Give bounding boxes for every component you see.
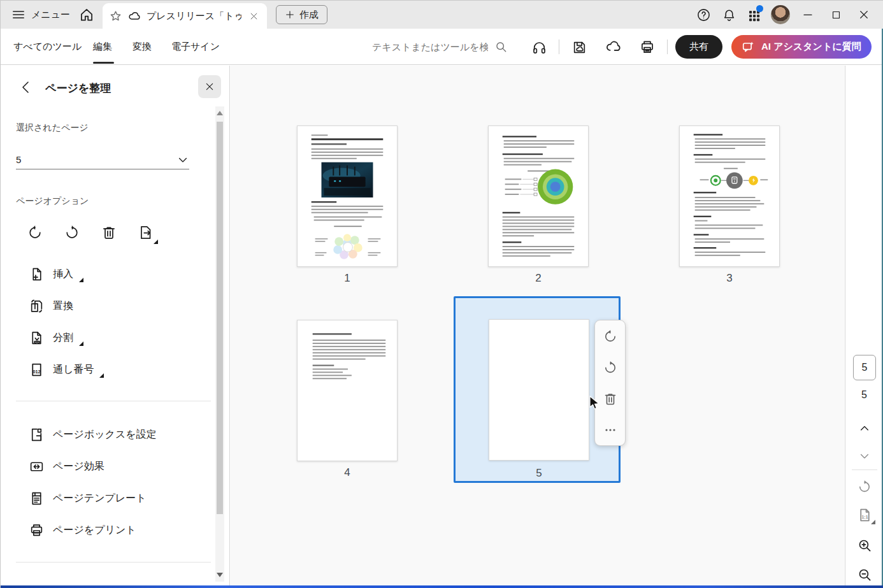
- window-minimize-button[interactable]: [794, 1, 822, 29]
- hamburger-menu-icon[interactable]: [11, 8, 26, 22]
- set-page-boxes-icon: [29, 427, 45, 443]
- panel-scrollbar[interactable]: [215, 106, 224, 582]
- notification-badge: [756, 5, 763, 12]
- page-2-preview: [489, 126, 588, 266]
- page-template-item[interactable]: ページテンプレート: [29, 489, 147, 508]
- page-number-label: 5: [489, 467, 589, 480]
- submenu-triangle: [79, 341, 83, 346]
- page-1-preview: [298, 126, 397, 266]
- next-page-chevron-down-icon[interactable]: [856, 448, 873, 464]
- search-field[interactable]: [372, 29, 508, 64]
- actual-size-icon[interactable]: 1:1: [856, 506, 873, 523]
- panel-close-button[interactable]: [198, 75, 221, 98]
- user-avatar[interactable]: [771, 5, 790, 24]
- page-numbering-item[interactable]: 012 通し番号: [29, 360, 104, 379]
- rotate-right-icon[interactable]: [595, 352, 625, 383]
- page-5-preview[interactable]: [489, 319, 589, 461]
- rail-divider: [852, 470, 877, 470]
- print-pages-label: ページをプリント: [53, 524, 136, 537]
- page-thumbnail-1[interactable]: 1: [297, 125, 398, 267]
- insert-pages-item[interactable]: 挿入: [29, 264, 83, 283]
- set-page-boxes-item[interactable]: ページボックスを設定: [29, 425, 157, 444]
- cloud-document-icon: [127, 9, 141, 23]
- page-thumbnail-3[interactable]: 3: [679, 125, 780, 267]
- search-input[interactable]: [372, 41, 488, 52]
- submenu-triangle: [871, 520, 875, 524]
- zoom-out-icon[interactable]: [856, 566, 873, 583]
- page-options-label: ページオプション: [16, 196, 89, 207]
- document-tab[interactable]: プレスリリース「トゥ...: [103, 3, 267, 29]
- print-icon[interactable]: [639, 39, 656, 55]
- home-icon[interactable]: [78, 6, 96, 23]
- page-number-label: 2: [488, 272, 589, 285]
- ai-sparkle-chat-icon: [742, 40, 756, 54]
- tab-convert[interactable]: 変換: [133, 29, 152, 64]
- tab-esign[interactable]: 電子サイン: [171, 29, 220, 64]
- tab-all-tools[interactable]: すべてのツール: [13, 29, 82, 64]
- cloud-sync-icon[interactable]: [605, 39, 622, 55]
- main-toolbar: すべてのツール 編集 変換 電子サイン 共有: [1, 29, 883, 65]
- submenu-triangle: [154, 240, 158, 244]
- create-label: 作成: [299, 9, 319, 21]
- selected-pages-label: 選択されたページ: [16, 122, 89, 134]
- document-tab-title: プレスリリース「トゥ...: [147, 10, 241, 22]
- save-icon[interactable]: [571, 39, 587, 55]
- tab-close-icon[interactable]: [247, 9, 261, 23]
- rotate-right-icon[interactable]: [62, 222, 82, 243]
- extract-page-icon[interactable]: [136, 222, 156, 243]
- page-number-label: 1: [297, 272, 398, 285]
- page-thumbnail-2[interactable]: 2: [488, 125, 589, 267]
- insert-label: 挿入: [53, 268, 73, 281]
- rotate-view-icon[interactable]: [856, 478, 873, 495]
- ai-assistant-label: AI アシスタントに質問: [761, 41, 861, 53]
- print-pages-item[interactable]: ページをプリント: [29, 520, 136, 540]
- scroll-up-arrow[interactable]: [217, 111, 223, 115]
- page-3-preview: [680, 126, 779, 266]
- zoom-in-icon[interactable]: [856, 537, 873, 554]
- replace-pages-item[interactable]: 置換: [29, 296, 73, 315]
- window-maximize-button[interactable]: [822, 1, 850, 29]
- total-pages-label: 5: [845, 389, 883, 401]
- create-tab-button[interactable]: 作成: [276, 5, 327, 24]
- title-bar: メニュー プレスリリース「トゥ... 作成: [1, 1, 883, 29]
- page-effects-item[interactable]: ページ効果: [29, 457, 104, 476]
- more-options-icon[interactable]: [595, 414, 625, 445]
- current-page-input[interactable]: [853, 355, 876, 380]
- back-chevron-icon[interactable]: [18, 80, 34, 95]
- acrobat-window: メニュー プレスリリース「トゥ... 作成: [0, 0, 883, 588]
- rotate-left-icon[interactable]: [25, 222, 45, 243]
- scrollbar-thumb[interactable]: [217, 122, 223, 514]
- tab-edit[interactable]: 編集: [93, 29, 112, 64]
- page-template-label: ページテンプレート: [53, 492, 147, 505]
- app-switcher-icon[interactable]: [742, 1, 767, 29]
- window-close-button[interactable]: [850, 1, 878, 29]
- page-4-preview: [298, 320, 397, 461]
- thumbnails-canvas: 1 2: [231, 66, 844, 585]
- split-label: 分割: [53, 331, 73, 345]
- selected-page-dropdown[interactable]: 5: [16, 150, 189, 169]
- rotate-left-icon[interactable]: [595, 320, 625, 352]
- insert-page-icon: [29, 266, 45, 282]
- favorite-star-icon[interactable]: [109, 10, 122, 23]
- search-icon[interactable]: [494, 40, 508, 54]
- share-button[interactable]: 共有: [675, 35, 722, 59]
- menu-button[interactable]: メニュー: [31, 9, 70, 21]
- svg-text:012: 012: [32, 369, 40, 375]
- numbering-label: 通し番号: [53, 363, 94, 376]
- page-thumbnail-4[interactable]: 4: [297, 320, 398, 461]
- read-aloud-headphones-icon[interactable]: [531, 39, 547, 55]
- page-effects-icon: [29, 459, 45, 475]
- page-context-toolbar: [594, 320, 626, 446]
- svg-text:1:1: 1:1: [861, 514, 868, 519]
- delete-page-icon[interactable]: [99, 222, 119, 243]
- split-pages-item[interactable]: 分割: [29, 328, 83, 347]
- selected-page-value: 5: [16, 154, 21, 165]
- help-icon[interactable]: [691, 1, 716, 29]
- page-navigation-rail: 5 1:1: [845, 66, 883, 585]
- notifications-bell-icon[interactable]: [716, 1, 742, 29]
- ai-assistant-button[interactable]: AI アシスタントに質問: [731, 35, 872, 59]
- share-label: 共有: [689, 41, 708, 53]
- split-page-icon: [29, 330, 45, 346]
- scroll-down-arrow[interactable]: [217, 573, 223, 577]
- previous-page-chevron-up-icon[interactable]: [856, 420, 873, 436]
